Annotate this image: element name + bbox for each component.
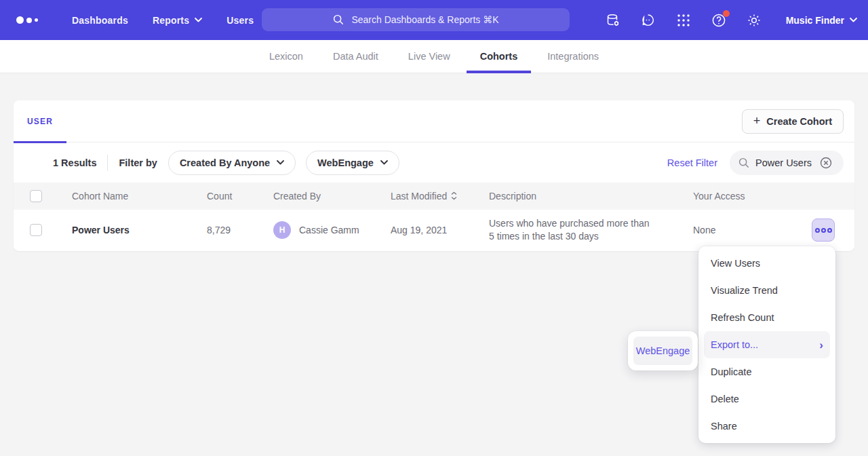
filter-by-label: Filter by: [119, 157, 157, 168]
table-header-row: Cohort Name Count Created By Last Modifi…: [14, 183, 854, 210]
menu-item-export-to[interactable]: Export to... ›: [704, 331, 830, 358]
menu-item-share[interactable]: Share: [698, 413, 835, 440]
select-all-checkbox[interactable]: [30, 190, 42, 202]
top-navbar: Dashboards Reports Users Search Dashboar…: [0, 0, 868, 40]
tab-label: Lexicon: [269, 51, 303, 62]
column-header-count: Count: [207, 191, 273, 202]
data-management-icon[interactable]: [604, 12, 622, 29]
menu-item-visualize-trend[interactable]: Visualize Trend: [698, 277, 835, 304]
tab-user-cohorts[interactable]: USER: [14, 100, 66, 142]
nav-item-dashboards[interactable]: Dashboards: [72, 15, 128, 26]
dropdown-value: Created By Anyone: [180, 157, 270, 168]
menu-item-duplicate[interactable]: Duplicate: [698, 358, 835, 385]
plus-icon: +: [753, 115, 761, 127]
tab-label: Integrations: [547, 51, 599, 62]
created-by-filter-dropdown[interactable]: Created By Anyone: [168, 151, 296, 175]
cohort-name[interactable]: Power Users: [72, 225, 207, 235]
apps-grid-icon[interactable]: [675, 12, 692, 29]
help-icon[interactable]: [710, 12, 728, 29]
column-header-created-by: Created By: [273, 191, 391, 202]
row-checkbox[interactable]: [30, 224, 42, 236]
menu-item-refresh-count[interactable]: Refresh Count: [698, 304, 835, 331]
create-cohort-label: Create Cohort: [766, 116, 832, 127]
nav-item-label: Dashboards: [72, 15, 128, 26]
tab-lexicon[interactable]: Lexicon: [256, 40, 317, 73]
global-search-input[interactable]: Search Dashboards & Reports ⌘K: [262, 8, 570, 31]
integration-filter-dropdown[interactable]: WebEngage: [306, 151, 399, 175]
nav-item-users[interactable]: Users: [226, 15, 254, 26]
tab-live-view[interactable]: Live View: [395, 40, 464, 73]
cohort-count: 8,729: [207, 225, 273, 235]
search-icon: [332, 14, 344, 26]
description-cell: Users who have purchased more than 5 tim…: [489, 217, 657, 243]
avatar: H: [273, 221, 291, 239]
chevron-down-icon: [380, 160, 388, 165]
tab-label: Cohorts: [480, 51, 518, 62]
chevron-down-icon: [850, 18, 857, 22]
tab-label: Data Audit: [333, 51, 378, 62]
chevron-right-icon: ›: [819, 339, 823, 351]
search-icon: [738, 157, 750, 169]
feedback-icon[interactable]: [639, 12, 657, 29]
global-search-placeholder: Search Dashboards & Reports ⌘K: [351, 14, 498, 25]
menu-item-label: Export to...: [711, 339, 758, 350]
tab-data-audit[interactable]: Data Audit: [319, 40, 392, 73]
cohorts-card: USER + Create Cohort 1 Results Filter by…: [14, 100, 854, 251]
clear-search-icon[interactable]: [819, 156, 833, 170]
section-tabbar: Lexicon Data Audit Live View Cohorts Int…: [0, 40, 868, 73]
submenu-item-webengage[interactable]: WebEngage: [633, 337, 692, 365]
tab-integrations[interactable]: Integrations: [534, 40, 612, 73]
last-modified-cell: Aug 19, 2021: [391, 225, 489, 235]
create-cohort-button[interactable]: + Create Cohort: [742, 109, 844, 134]
sort-icon: [451, 191, 457, 200]
chevron-down-icon: [277, 160, 284, 165]
notification-dot: [723, 10, 730, 17]
column-header-description: Description: [489, 191, 693, 202]
row-context-menu: View Users Visualize Trend Refresh Count…: [698, 246, 835, 443]
nav-item-reports[interactable]: Reports: [153, 15, 202, 26]
mixpanel-logo-icon[interactable]: [16, 16, 47, 24]
menu-item-delete[interactable]: Delete: [698, 385, 835, 413]
creator-name: Cassie Gamm: [299, 225, 359, 235]
created-by-cell: H Cassie Gamm: [273, 221, 391, 239]
nav-item-label: Users: [226, 15, 254, 26]
column-header-your-access: Your Access: [693, 191, 854, 202]
tab-label: USER: [27, 117, 53, 126]
cohort-search-box: [730, 151, 844, 175]
workspace-switcher[interactable]: Music Finder: [781, 15, 857, 26]
column-header-last-modified[interactable]: Last Modified: [391, 191, 489, 202]
reset-filter-link[interactable]: Reset Filter: [667, 157, 717, 168]
tab-cohorts[interactable]: Cohorts: [467, 40, 532, 73]
workspace-name: Music Finder: [786, 15, 844, 26]
export-submenu: WebEngage: [628, 331, 698, 370]
table-row[interactable]: Power Users 8,729 H Cassie Gamm Aug 19, …: [14, 210, 854, 250]
divider: [107, 155, 108, 171]
access-cell: None: [693, 225, 715, 235]
column-header-cohort-name: Cohort Name: [72, 191, 207, 202]
tab-label: Live View: [408, 51, 450, 62]
nav-item-label: Reports: [153, 15, 189, 26]
more-options-button[interactable]: [812, 218, 835, 242]
filter-toolbar: 1 Results Filter by Created By Anyone We…: [14, 142, 854, 183]
results-count: 1 Results: [53, 157, 96, 168]
cohort-search-input[interactable]: [755, 157, 814, 168]
dropdown-value: WebEngage: [317, 157, 374, 168]
card-header: USER + Create Cohort: [14, 100, 854, 142]
chevron-down-icon: [195, 18, 202, 22]
menu-item-view-users[interactable]: View Users: [698, 250, 835, 277]
settings-gear-icon[interactable]: [745, 12, 763, 29]
